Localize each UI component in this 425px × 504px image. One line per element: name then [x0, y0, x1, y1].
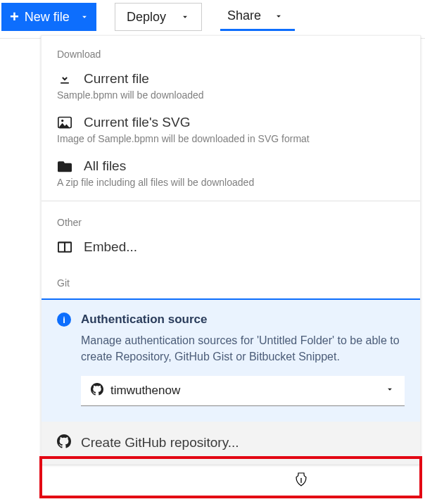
item-subtitle: Sample.bpmn will be downloaded: [57, 89, 405, 101]
info-icon: i: [57, 313, 71, 327]
item-title: All files: [84, 158, 126, 174]
plus-icon: +: [10, 9, 19, 25]
deploy-label: Deploy: [127, 10, 166, 25]
top-toolbar: + New file Deploy Share: [0, 0, 425, 35]
download-all-files[interactable]: All files A zip file including all files…: [42, 154, 420, 198]
chevron-down-icon: [80, 12, 89, 22]
item-subtitle: A zip file including all files will be d…: [57, 177, 405, 188]
auth-source-select[interactable]: timwuthenow: [81, 376, 405, 406]
embed-icon: [57, 241, 72, 253]
download-icon: [57, 72, 72, 86]
auth-selected-value: timwuthenow: [110, 384, 378, 398]
share-dropdown-panel: Download Current file Sample.bpmn will b…: [41, 35, 421, 465]
folder-icon: [57, 160, 72, 172]
auth-title: Authentication source: [81, 313, 207, 327]
new-file-label: New file: [25, 10, 70, 25]
chevron-down-icon: [385, 384, 395, 397]
embed-item[interactable]: Embed...: [42, 235, 420, 265]
cursor-icon: [294, 472, 308, 491]
auth-source-box: i Authentication source Manage authentic…: [42, 300, 420, 422]
download-current-svg[interactable]: Current file's SVG Image of Sample.bpmn …: [42, 111, 420, 154]
item-subtitle: Image of Sample.bpmn will be downloaded …: [57, 133, 405, 144]
deploy-button[interactable]: Deploy: [115, 3, 202, 31]
github-icon: [91, 383, 103, 398]
section-label-git: Git: [42, 265, 420, 298]
item-title: Current file: [84, 71, 149, 87]
chevron-down-icon: [274, 11, 284, 21]
auth-description: Manage authentication sources for 'Untit…: [81, 332, 405, 365]
chevron-down-icon: [180, 12, 190, 22]
github-icon: [57, 434, 71, 451]
section-label-download: Download: [42, 36, 420, 67]
download-current-file[interactable]: Current file Sample.bpmn will be downloa…: [42, 67, 420, 111]
share-label: Share: [227, 8, 261, 23]
svg-point-1: [61, 120, 63, 122]
section-label-other: Other: [42, 204, 420, 235]
item-title: Current file's SVG: [84, 115, 190, 130]
create-github-repo[interactable]: Create GitHub repository...: [42, 422, 420, 464]
image-icon: [57, 116, 72, 129]
item-title: Embed...: [84, 239, 137, 255]
item-title: Create GitHub repository...: [81, 435, 239, 451]
new-file-button[interactable]: + New file: [1, 3, 96, 31]
share-button[interactable]: Share: [220, 3, 295, 31]
divider: [42, 201, 420, 201]
